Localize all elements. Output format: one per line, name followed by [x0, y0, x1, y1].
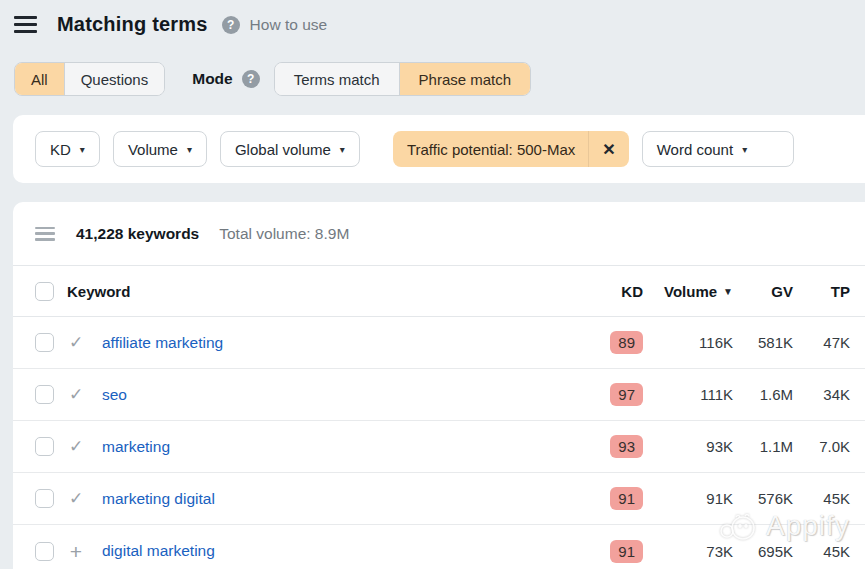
- filter-kd-button[interactable]: KD ▾: [35, 131, 100, 167]
- filter-volume-button[interactable]: Volume ▾: [113, 131, 207, 167]
- chevron-down-icon: ▾: [80, 144, 85, 155]
- kd-badge: 93: [610, 435, 643, 458]
- check-icon[interactable]: ✓: [67, 436, 85, 457]
- gv-value: 576K: [733, 490, 793, 507]
- filter-traffic-potential-active[interactable]: Traffic potential: 500-Max ✕: [393, 131, 629, 167]
- tab-phrase-match[interactable]: Phrase match: [399, 63, 531, 95]
- filter-kd-label: KD: [50, 141, 71, 158]
- column-header-kd[interactable]: KD: [593, 283, 643, 300]
- table-header-row: Keyword KD Volume ▼ GV TP: [13, 266, 865, 317]
- tp-value: 34K: [793, 386, 850, 403]
- column-header-keyword[interactable]: Keyword: [67, 283, 130, 300]
- kd-badge: 89: [610, 331, 643, 354]
- keyword-link[interactable]: digital marketing: [102, 542, 215, 560]
- gv-value: 695K: [733, 543, 793, 560]
- tabs-row: All Questions Mode ? Terms match Phrase …: [14, 62, 531, 96]
- column-header-volume-label: Volume: [664, 283, 717, 300]
- keyword-link[interactable]: seo: [102, 386, 127, 404]
- keyword-type-segmented-control: All Questions: [14, 62, 165, 96]
- page-header: Matching terms ? How to use: [14, 13, 327, 36]
- how-to-use-link[interactable]: How to use: [250, 16, 328, 34]
- tp-value: 7.0K: [793, 438, 850, 455]
- tab-questions[interactable]: Questions: [64, 63, 165, 95]
- tp-value: 47K: [793, 334, 850, 351]
- table-row: ✓ marketing 93 93K 1.1M 7.0K: [13, 421, 865, 473]
- help-icon[interactable]: ?: [222, 16, 240, 34]
- volume-value: 93K: [643, 438, 733, 455]
- total-volume: Total volume: 8.9M: [219, 225, 349, 243]
- volume-value: 73K: [643, 543, 733, 560]
- sort-desc-icon: ▼: [723, 286, 733, 297]
- row-checkbox[interactable]: [35, 333, 54, 352]
- row-checkbox[interactable]: [35, 489, 54, 508]
- filter-traffic-potential-label: Traffic potential: 500-Max: [393, 141, 588, 158]
- keyword-link[interactable]: marketing: [102, 438, 170, 456]
- tab-terms-match[interactable]: Terms match: [275, 63, 399, 95]
- volume-value: 111K: [643, 386, 733, 403]
- keywords-count: 41,228 keywords: [76, 225, 199, 243]
- table-row: ✓ marketing digital 91 91K 576K 45K: [13, 473, 865, 525]
- gv-value: 581K: [733, 334, 793, 351]
- filter-global-volume-label: Global volume: [235, 141, 331, 158]
- row-checkbox[interactable]: [35, 542, 54, 561]
- page-title: Matching terms: [57, 13, 208, 36]
- check-icon[interactable]: ✓: [67, 332, 85, 353]
- kd-badge: 91: [610, 540, 643, 563]
- check-icon[interactable]: ✓: [67, 384, 85, 405]
- list-menu-icon[interactable]: [35, 227, 55, 241]
- column-header-volume[interactable]: Volume ▼: [643, 283, 733, 300]
- column-header-gv[interactable]: GV: [733, 283, 793, 300]
- table-row: ✓ seo 97 111K 1.6M 34K: [13, 369, 865, 421]
- tab-all[interactable]: All: [15, 63, 64, 95]
- plus-icon[interactable]: +: [67, 541, 85, 562]
- volume-value: 91K: [643, 490, 733, 507]
- filter-word-count-button[interactable]: Word count ▾: [642, 131, 794, 167]
- gv-value: 1.6M: [733, 386, 793, 403]
- filter-word-count-label: Word count: [657, 141, 733, 158]
- chevron-down-icon: ▾: [742, 144, 747, 155]
- mode-label: Mode: [192, 70, 232, 88]
- mode-segmented-control: Terms match Phrase match: [274, 62, 531, 96]
- table-row: ✓ affiliate marketing 89 116K 581K 47K: [13, 317, 865, 369]
- gv-value: 1.1M: [733, 438, 793, 455]
- table-row: + digital marketing 91 73K 695K 45K: [13, 525, 865, 569]
- kd-badge: 91: [610, 487, 643, 510]
- filter-bar: KD ▾ Volume ▾ Global volume ▾ Traffic po…: [13, 115, 865, 183]
- row-checkbox[interactable]: [35, 437, 54, 456]
- close-icon[interactable]: ✕: [588, 131, 628, 167]
- menu-icon[interactable]: [14, 16, 37, 33]
- chevron-down-icon: ▾: [187, 144, 192, 155]
- tp-value: 45K: [793, 490, 850, 507]
- kd-badge: 97: [610, 383, 643, 406]
- table-summary-row: 41,228 keywords Total volume: 8.9M: [13, 202, 865, 266]
- keyword-link[interactable]: marketing digital: [102, 490, 215, 508]
- select-all-checkbox[interactable]: [35, 282, 54, 301]
- results-table: 41,228 keywords Total volume: 8.9M Keywo…: [13, 202, 865, 569]
- tp-value: 45K: [793, 543, 850, 560]
- filter-global-volume-button[interactable]: Global volume ▾: [220, 131, 360, 167]
- check-icon[interactable]: ✓: [67, 488, 85, 509]
- chevron-down-icon: ▾: [340, 144, 345, 155]
- column-header-tp[interactable]: TP: [793, 283, 850, 300]
- mode-help-icon[interactable]: ?: [242, 70, 260, 88]
- volume-value: 116K: [643, 334, 733, 351]
- row-checkbox[interactable]: [35, 385, 54, 404]
- keyword-link[interactable]: affiliate marketing: [102, 334, 223, 352]
- filter-volume-label: Volume: [128, 141, 178, 158]
